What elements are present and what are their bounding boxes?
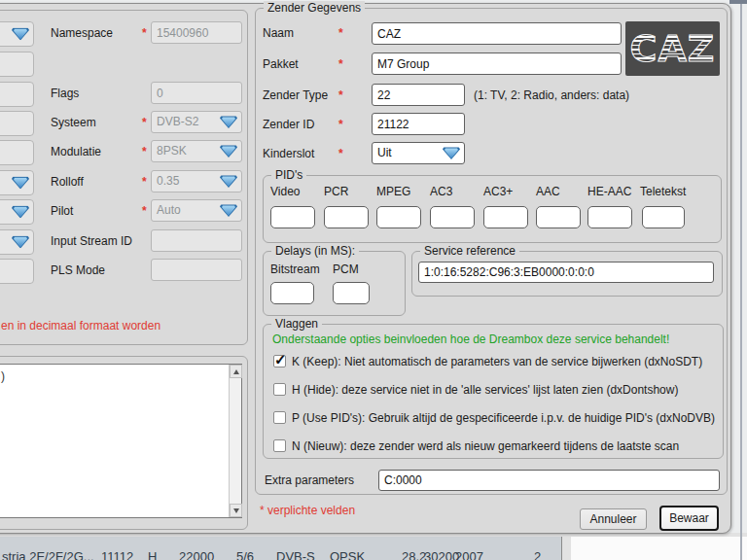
systeem-dropdown[interactable]: DVB-S2 (151, 111, 242, 133)
pls-mode-field[interactable] (151, 259, 242, 281)
pids-title: PID's (271, 168, 306, 182)
kinderslot-dropdown[interactable]: Uit (372, 142, 465, 164)
pid-teletekst-input[interactable] (642, 206, 685, 228)
zender-type-input[interactable] (372, 84, 465, 106)
dropdown-arrow-icon (220, 175, 237, 188)
modulatie-dropdown[interactable]: 8PSK (151, 140, 242, 162)
required-mark: * (338, 147, 343, 160)
pid-teletekst-label: Teletekst (640, 185, 686, 198)
dropdown-arrow-icon (443, 147, 460, 159)
cancel-button[interactable]: Annuleer (580, 508, 647, 530)
flag-keep-checkbox[interactable]: ✓ (273, 355, 286, 368)
cropped-input[interactable] (0, 111, 34, 136)
input-stream-id-field[interactable] (151, 229, 242, 252)
save-button[interactable]: Bewaar (659, 506, 719, 531)
cropped-dropdown[interactable] (0, 170, 34, 195)
flag-usepids-label: P (Use PID's): Gebruik altijd de gespeci… (292, 411, 715, 425)
rolloff-label: Rolloff (51, 175, 84, 189)
dropdown-arrow-icon (12, 28, 29, 41)
rolloff-value: 0.35 (157, 174, 179, 188)
flag-hide-label: H (Hide): deze service niet in de 'alle … (292, 383, 678, 397)
pid-video-input[interactable] (270, 206, 315, 228)
delays-title: Delays (in MS): (271, 244, 359, 258)
cell-value3: 2 (534, 549, 541, 560)
pilot-dropdown[interactable]: Auto (151, 199, 242, 222)
cell-position: 28,2 (402, 549, 426, 560)
cell-polarisation: H (148, 549, 157, 560)
pid-mpeg-input[interactable] (376, 206, 421, 228)
pid-ac3plus-label: AC3+ (483, 185, 513, 198)
zender-gegevens-title: Zender Gegevens (264, 1, 365, 15)
cropped-dropdown[interactable] (0, 21, 34, 47)
kinderslot-label: Kinderslot (263, 147, 314, 160)
flag-hide-checkbox[interactable]: ✓ (273, 383, 286, 396)
cropped-dropdown[interactable] (0, 229, 34, 255)
required-mark: * (142, 204, 147, 218)
pcm-label: PCM (333, 262, 359, 276)
rolloff-dropdown[interactable]: 0.35 (151, 170, 242, 192)
cropped-input[interactable] (0, 52, 34, 77)
pid-pcr-label: PCR (324, 185, 348, 198)
cell-fec: 5/6 (236, 549, 254, 560)
scroll-down-icon[interactable] (230, 504, 242, 517)
pid-pcr-input[interactable] (324, 206, 369, 228)
pilot-value: Auto (157, 203, 181, 217)
cell-system: DVB-S (276, 549, 315, 560)
flag-new-checkbox[interactable]: ✓ (273, 439, 286, 452)
screen: stria 2E/2F/2G... 11112 H 22000 5/6 DVB-… (0, 0, 747, 560)
pakket-label: Pakket (263, 57, 299, 71)
cropped-dropdown[interactable] (0, 199, 34, 225)
zender-id-label: Zender ID (263, 118, 314, 131)
pid-aac-input[interactable] (536, 206, 581, 228)
zender-id-input[interactable] (372, 113, 465, 135)
pls-mode-label: PLS Mode (51, 263, 105, 277)
background-titlebar-sliver (729, 0, 747, 4)
dropdown-arrow-icon (220, 116, 237, 128)
required-mark: * (338, 57, 343, 71)
channel-logo-text: CAZ (630, 27, 716, 70)
dropdown-arrow-icon (220, 204, 237, 217)
cell-modulation: QPSK (330, 549, 365, 560)
service-table-row[interactable]: stria 2E/2F/2G... 11112 H 22000 5/6 DVB-… (0, 537, 561, 560)
cell-value2: 2007 (455, 549, 483, 560)
naam-label: Naam (263, 26, 294, 40)
pid-ac3-input[interactable] (430, 206, 475, 228)
required-fields-note: * verplichte velden (260, 504, 355, 517)
pid-aac-label: AAC (536, 185, 560, 198)
pid-heaac-input[interactable] (587, 206, 632, 228)
extra-parameters-input[interactable] (378, 470, 720, 491)
flag-new-label: N (Nieuw): deze zender werd als nieuw ge… (292, 439, 679, 453)
zender-type-hint: (1: TV, 2: Radio, anders: data) (474, 88, 629, 102)
cropped-input[interactable] (0, 259, 34, 284)
table-empty-area (571, 537, 747, 560)
required-mark: * (142, 116, 147, 129)
dropdown-arrow-icon (220, 145, 237, 158)
flag-usepids-checkbox[interactable]: ✓ (273, 411, 286, 424)
cropped-input[interactable] (0, 82, 34, 107)
decimal-format-note: en in decimaal formaat worden (1, 319, 160, 332)
modulatie-value: 8PSK (157, 144, 187, 158)
channel-logo: CAZ (625, 21, 720, 76)
pid-ac3plus-input[interactable] (483, 206, 528, 228)
pcm-input[interactable] (333, 282, 370, 304)
namespace-field[interactable] (151, 21, 242, 44)
service-reference-input[interactable] (418, 262, 714, 283)
scroll-up-icon[interactable] (230, 365, 242, 378)
checkbox-checked-icon: ✓ (274, 351, 287, 368)
flag-keep-label: K (Keep): Niet automatisch de parameters… (292, 355, 702, 368)
flags-field[interactable] (151, 82, 242, 104)
naam-input[interactable] (372, 22, 622, 45)
namespace-label: Namespace (51, 26, 113, 40)
required-mark: * (338, 26, 343, 40)
pid-heaac-label: HE-AAC (587, 185, 631, 198)
bitstream-input[interactable] (270, 282, 314, 304)
kinderslot-value: Uit (377, 146, 392, 159)
pakket-input[interactable] (372, 52, 622, 75)
cell-frequency: 11112 (101, 549, 133, 560)
listbox[interactable]: ) (0, 364, 242, 518)
service-reference-title: Service reference (420, 244, 519, 258)
cropped-input[interactable] (0, 140, 34, 165)
vlaggen-title: Vlaggen (271, 317, 322, 331)
listbox-text-fragment: ) (1, 369, 5, 383)
listbox-scrollbar[interactable] (229, 365, 241, 517)
